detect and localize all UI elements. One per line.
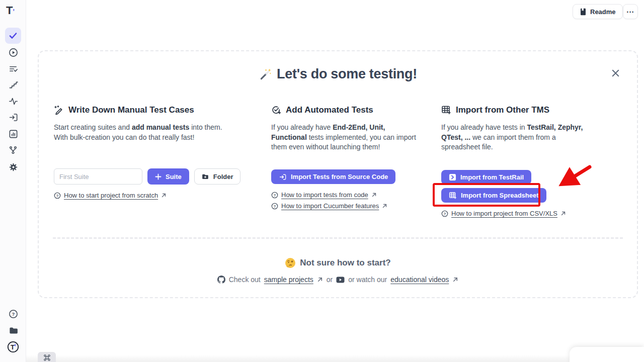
github-icon	[217, 276, 225, 284]
question-circle-icon: ?	[271, 203, 278, 210]
footer-or: or	[327, 276, 333, 284]
folder-icon	[9, 326, 18, 335]
sample-projects-link[interactable]: sample projects	[264, 276, 313, 284]
onboarding-panel: Let's do some testing! Write Down Manual…	[38, 50, 638, 298]
gear-icon	[9, 162, 18, 172]
import-spreadsheet-button[interactable]: Import from Spreadsheet	[441, 188, 546, 203]
plus-icon	[155, 173, 162, 180]
sidebar-item-tests[interactable]	[5, 28, 21, 44]
list-check-icon	[9, 64, 18, 73]
import-source-code-button[interactable]: Import Tests from Source Code	[271, 169, 395, 184]
app-logo[interactable]: T'	[6, 4, 20, 18]
footer-watch: or watch our	[348, 276, 387, 284]
thinking-face-emoji	[285, 257, 296, 268]
check-circle-plus-icon	[271, 105, 281, 115]
external-link-icon	[371, 192, 377, 198]
magic-wand-emoji	[259, 68, 272, 81]
svg-text:?: ?	[274, 204, 276, 208]
sidebar-item-help[interactable]: ?	[5, 306, 21, 322]
square-chevron-right-icon	[449, 173, 456, 181]
sidebar-item-pulse[interactable]	[5, 93, 21, 109]
external-link-icon	[560, 211, 566, 216]
question-circle-icon: ?	[441, 210, 448, 217]
logo-accent: '	[13, 8, 14, 16]
folder-plus-icon	[201, 173, 209, 180]
column2-description: If you already have End-2End, Unit, Func…	[271, 123, 418, 152]
bottom-shadow	[26, 355, 644, 362]
question-circle-icon: ?	[271, 192, 278, 199]
svg-text:?: ?	[444, 211, 446, 216]
log-in-icon	[9, 113, 18, 122]
more-options-button[interactable]: ...	[623, 4, 638, 19]
git-branch-icon	[9, 145, 18, 154]
sidebar-item-steps[interactable]	[5, 76, 21, 93]
svg-text:T: T	[11, 343, 15, 351]
svg-text:?: ?	[12, 311, 15, 317]
sidebar-item-import[interactable]	[5, 109, 21, 125]
sidebar-item-profile[interactable]: T	[5, 339, 21, 355]
external-link-icon	[161, 193, 167, 198]
sidebar-item-branches[interactable]	[5, 142, 21, 158]
column3-heading: Import from Other TMS	[441, 105, 592, 115]
start-from-scratch-link[interactable]: How to start project from scratch	[64, 192, 158, 199]
footer-links-row: Check out sample projects or or watch ou…	[39, 276, 637, 284]
sidebar-item-runs[interactable]	[5, 44, 21, 60]
check-icon	[8, 31, 18, 41]
external-link-icon	[452, 277, 458, 283]
play-circle-icon	[9, 48, 18, 57]
table-plus-icon	[449, 192, 457, 200]
pencil-sparkle-icon	[54, 105, 64, 115]
keyboard-shortcut-badge[interactable]	[38, 352, 56, 362]
readme-label: Readme	[590, 8, 616, 16]
dashed-divider	[53, 237, 623, 239]
stairs-icon	[9, 80, 18, 89]
column-automated-tests: Add Automated Tests If you already have …	[271, 105, 418, 256]
column1-heading: Write Down Manual Test Cases	[54, 105, 243, 115]
import-testrail-button[interactable]: Import from TestRail	[441, 170, 531, 185]
sidebar-item-test-plans[interactable]	[5, 60, 21, 76]
footer-heading: Not sure how to start?	[39, 257, 637, 268]
readme-button[interactable]: Readme	[573, 4, 623, 19]
page-title: Let's do some testing!	[39, 66, 637, 82]
external-link-icon	[382, 203, 387, 209]
youtube-icon	[336, 277, 345, 283]
svg-text:?: ?	[56, 193, 59, 198]
add-suite-button[interactable]: Suite	[147, 168, 189, 185]
link-import-csv-xls: ? How to import project from CSV/XLS	[441, 210, 566, 217]
corner-widget	[570, 347, 644, 362]
link-import-cucumber: ? How to import Cucumber features	[271, 202, 387, 210]
link-start-from-scratch: ? How to start project from scratch	[54, 192, 167, 199]
question-circle-icon: ?	[54, 192, 61, 199]
book-icon	[580, 8, 587, 16]
footer-prefix: Check out	[229, 276, 261, 284]
column2-heading: Add Automated Tests	[271, 105, 418, 115]
svg-text:?: ?	[274, 193, 276, 197]
column3-description: If you already have tests in TestRail, Z…	[441, 123, 592, 152]
sidebar-item-analytics[interactable]	[5, 126, 21, 142]
command-key-icon	[43, 354, 51, 361]
sidebar: T' ? T	[0, 0, 26, 362]
suite-actions: Suite Folder	[54, 168, 240, 185]
table-plus-icon	[441, 105, 451, 115]
educational-videos-link[interactable]: educational videos	[390, 276, 449, 284]
import-cucumber-link[interactable]: How to import Cucumber features	[281, 202, 379, 210]
column-import-tms: Import from Other TMS If you already hav…	[441, 105, 592, 266]
add-folder-button[interactable]: Folder	[194, 168, 240, 185]
activity-icon	[9, 97, 18, 106]
close-button[interactable]	[610, 67, 621, 78]
column1-description: Start creating suites and add manual tes…	[54, 123, 235, 142]
column-manual-tests: Write Down Manual Test Cases Start creat…	[54, 105, 243, 256]
import-csv-xls-link[interactable]: How to import project from CSV/XLS	[451, 210, 557, 217]
close-icon	[611, 68, 620, 78]
first-suite-input[interactable]	[54, 168, 142, 185]
import-icon	[279, 173, 287, 181]
profile-logo-icon: T	[7, 341, 19, 353]
help-circle-icon: ?	[9, 309, 18, 319]
sidebar-item-projects[interactable]	[5, 322, 21, 338]
sidebar-item-settings[interactable]	[5, 159, 21, 175]
link-import-tests-from-code: ? How to import tests from code	[271, 191, 377, 199]
external-link-icon	[317, 277, 323, 283]
bar-chart-icon	[9, 129, 18, 139]
import-tests-from-code-link[interactable]: How to import tests from code	[281, 191, 368, 199]
